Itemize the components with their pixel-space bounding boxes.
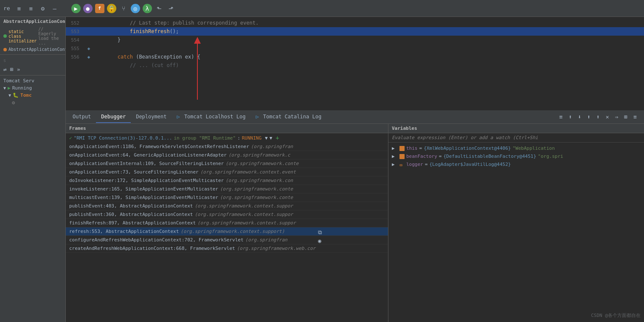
top-toolbar: re ≡ ≡ ⚙ – ▶ ● f 🔒 ⑂ ◎ λ ⬑ ⬏ — [0, 0, 644, 17]
var-item-logger[interactable]: ▶ ∞ logger = {LogAdapter$JavaUtilLog@445… — [388, 160, 644, 168]
filter-icon[interactable]: ▼ — [265, 135, 268, 141]
toolbar-lines-icon[interactable]: ≡ — [557, 112, 565, 121]
align-right-icon[interactable]: ≡ — [26, 4, 36, 13]
bottom-panel: Output Debugger Deployment ▷ Tomcat Loca… — [66, 110, 644, 322]
toolbar-step-into-icon[interactable]: ⬆ — [585, 112, 593, 121]
frame-loc-0: onApplicationEvent:1186, FrameworkServle… — [69, 144, 249, 149]
thread-name: "RMI TCP Connection(3)-127.0.0.1... — [74, 135, 172, 141]
toolbar-align-icon[interactable]: ⇌ — [3, 65, 8, 73]
frame-item-3[interactable]: onApplicationEvent:73, SourceFilteringLi… — [66, 168, 388, 176]
toolbar-settings2-icon[interactable]: ≡ — [631, 112, 639, 121]
add-watch-icon[interactable]: + — [276, 134, 279, 141]
var-icon-logger: ∞ — [399, 162, 405, 167]
var-expand-this[interactable]: ▶ — [392, 146, 398, 151]
toolbar-table-icon[interactable]: ⊞ — [622, 112, 630, 121]
var-icon-beanfactory — [399, 154, 405, 159]
frame-loc-10: refresh:553, AbstractApplicationContext — [69, 229, 179, 234]
frame-item-9[interactable]: finishRefresh:897, AbstractApplicationCo… — [66, 219, 388, 227]
code-553: finishRefresh(); — [93, 28, 642, 34]
frame-pkg-2: (org.springframework.conte — [225, 161, 298, 166]
variables-expression-input[interactable]: Evaluate expression (Enter) or add a wat… — [388, 133, 644, 143]
line-num-553: 553 — [67, 29, 84, 34]
var-item-beanfactory[interactable]: ▶ beanFactory = {DefaultListableBeanFact… — [388, 152, 644, 160]
run-icon[interactable]: ▶ — [71, 4, 81, 13]
circle-icon[interactable]: ◎ — [131, 4, 140, 13]
toolbar-evaluate-icon[interactable]: ✕ — [604, 112, 611, 121]
server-sub-item[interactable]: ⚙ — [0, 99, 65, 106]
toolbar-grid-icon[interactable]: ⊞ — [9, 65, 14, 73]
frame-icon[interactable]: f — [95, 4, 104, 13]
frame-item-7[interactable]: publishEvent:403, AbstractApplicationCon… — [66, 202, 388, 210]
var-name-this: this — [406, 146, 418, 151]
thread-status: RUNNING — [242, 135, 262, 141]
frame-pkg-11: (org.springfran — [245, 237, 287, 243]
var-eq-beanfactory: = — [439, 154, 442, 159]
frame-item-0[interactable]: onApplicationEvent:1186, FrameworkServle… — [66, 143, 388, 151]
frame-item-5[interactable]: invokeListener:165, SimpleApplicationEve… — [66, 185, 388, 193]
tab-debugger[interactable]: Debugger — [96, 111, 131, 123]
expand-arrow-icon: ▼ — [3, 86, 6, 90]
minus-icon[interactable]: – — [50, 4, 59, 13]
gutter-555: ◈ — [84, 46, 93, 51]
tab-output[interactable]: Output — [67, 111, 96, 123]
frame-pkg-7: (org.springframework.context.suppor — [194, 203, 293, 209]
align-left-icon[interactable]: ≡ — [14, 4, 24, 13]
frame-item-1[interactable]: onApplicationEvent:64, GenericApplicatio… — [66, 151, 388, 160]
code-554: } — [93, 37, 642, 43]
frame-item-2[interactable]: onApplicationEventInternal:109, SourceFi… — [66, 160, 388, 168]
code-line-557: // ... (cut off) — [66, 61, 644, 70]
fork-icon[interactable]: ⑂ — [119, 4, 128, 13]
server-tomc-item[interactable]: ▼ 🐛 Tomc — [0, 92, 65, 99]
debug-person-icon[interactable]: ● — [83, 4, 93, 13]
tab-deployment[interactable]: Deployment — [131, 111, 172, 123]
code-557: // ... (cut off) — [93, 62, 642, 68]
var-expand-beanfactory[interactable]: ▶ — [392, 154, 398, 159]
step-over-icon[interactable]: ⬑ — [155, 4, 164, 13]
frame-pkg-4: (org.springframework.con — [225, 178, 293, 183]
frame-item-10[interactable]: refresh:553, AbstractApplicationContext … — [66, 227, 388, 236]
var-name-beanfactory: beanFactory — [406, 154, 437, 159]
toolbar-more-icon[interactable]: » — [16, 65, 21, 73]
toolbar-resume-icon[interactable]: ⬆ — [566, 112, 574, 121]
tab-tomcat-catalina[interactable]: ▷ Tomcat Catalina Log — [250, 111, 326, 123]
tab-deployment-label: Deployment — [136, 114, 166, 120]
tab-tomcat-localhost[interactable]: ▷ Tomcat Localhost Log — [172, 111, 250, 123]
toolbar-step-over-icon[interactable]: ⬇ — [576, 112, 583, 121]
var-name-logger: logger — [406, 162, 423, 167]
sidebar-item-static-init[interactable]: static class initializer // Eagerly load… — [0, 26, 65, 46]
toolbar-step-up-icon[interactable]: ⬆ — [594, 112, 602, 121]
sidebar-item-constructor[interactable]: AbstractApplicationContext() — [0, 46, 65, 53]
server-running-item[interactable]: ▼ ▶ Running — [0, 84, 65, 92]
code-line-556: 556 ◈ catch (BeansException ex) { — [66, 53, 644, 61]
bookmark-icon-556: ◈ — [87, 54, 90, 60]
code-line-552: 552 // Last step: publish corresponding … — [66, 19, 644, 27]
server-title: Tomcat Serv — [3, 78, 34, 84]
var-expand-logger[interactable]: ▶ — [392, 162, 398, 167]
tab-output-label: Output — [73, 114, 91, 120]
frame-item-12[interactable]: createAndRefreshWebApplicationContext:66… — [66, 244, 388, 253]
frame-item-11[interactable]: configureAndRefreshWebApplicationContext… — [66, 236, 388, 244]
frame-item-6[interactable]: multicastEvent:139, SimpleApplicationEve… — [66, 193, 388, 202]
frame-loc-3: onApplicationEvent:73, SourceFilteringLi… — [69, 169, 199, 175]
tomc-label: Tomc — [20, 92, 32, 98]
step-out-icon[interactable]: ⬏ — [166, 4, 176, 13]
var-val-logger: {LogAdapter$JavaUtilLog@4452} — [429, 162, 511, 167]
filter-down-icon[interactable]: ▼ — [270, 135, 273, 141]
line-num-554: 554 — [67, 37, 84, 43]
toolbar-stream-icon[interactable]: ⇒ — [613, 112, 621, 121]
frames-panel: Frames ✓ "RMI TCP Connection(3)-127.0.0.… — [66, 124, 388, 322]
frame-item-4[interactable]: doInvokeListener:172, SimpleApplicationE… — [66, 176, 388, 185]
main-layout: AbstractApplicationContext static class … — [0, 17, 644, 322]
debug-icon: 🐛 — [13, 92, 19, 98]
frame-item-8[interactable]: publishEvent:360, AbstractApplicationCon… — [66, 210, 388, 219]
lock-icon[interactable]: 🔒 — [107, 4, 116, 13]
frames-list[interactable]: onApplicationEvent:1186, FrameworkServle… — [66, 143, 388, 322]
running-label: Running — [12, 85, 32, 91]
settings-icon[interactable]: ⚙ — [38, 4, 48, 13]
lambda-icon[interactable]: λ — [143, 4, 152, 13]
bookmark-icon-555: ◈ — [87, 46, 90, 51]
server-title-item[interactable]: Tomcat Serv — [0, 77, 65, 84]
frame-loc-4: doInvokeListener:172, SimpleApplicationE… — [69, 178, 224, 183]
bottom-tabs-header: Output Debugger Deployment ▷ Tomcat Loca… — [66, 110, 644, 124]
var-item-this[interactable]: ▶ this = {XmlWebApplicationContext@4406}… — [388, 144, 644, 152]
